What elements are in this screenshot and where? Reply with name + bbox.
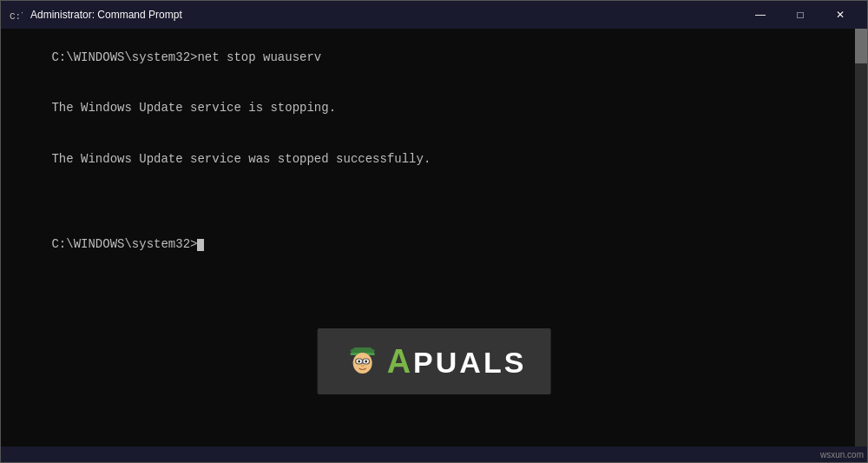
svg-point-8 [358, 360, 360, 363]
minimize-button[interactable]: — [740, 1, 780, 29]
scrollbar-thumb[interactable] [855, 29, 867, 63]
title-bar: C:\ Administrator: Command Prompt — □ ✕ [1, 1, 867, 29]
close-button[interactable]: ✕ [820, 1, 860, 29]
watermark-text: APUALS [387, 343, 527, 380]
window-controls: — □ ✕ [740, 1, 860, 29]
svg-point-13 [361, 365, 365, 367]
bottom-bar: wsxun.com [1, 446, 867, 462]
maximize-button[interactable]: □ [780, 1, 820, 29]
scrollbar-track[interactable] [855, 29, 867, 446]
mascot-icon [342, 341, 384, 382]
output-line2: The Windows Update service was stopped s… [51, 152, 431, 166]
output-line1: The Windows Update service is stopping. [51, 101, 336, 115]
svg-point-9 [365, 360, 367, 363]
cursor [197, 239, 204, 251]
svg-text:C:\: C:\ [10, 11, 23, 22]
command-line: C:\WINDOWS\system32>net stop wuauserv [51, 50, 321, 64]
prompt-line: C:\WINDOWS\system32> [51, 237, 204, 251]
cmd-icon: C:\ [8, 7, 23, 23]
watermark: APUALS [318, 328, 551, 394]
window-title: Administrator: Command Prompt [30, 9, 740, 21]
site-label: wsxun.com [820, 450, 864, 460]
command-prompt-window: C:\ Administrator: Command Prompt — □ ✕ … [0, 0, 868, 463]
terminal-body[interactable]: C:\WINDOWS\system32>net stop wuauserv Th… [1, 29, 867, 446]
